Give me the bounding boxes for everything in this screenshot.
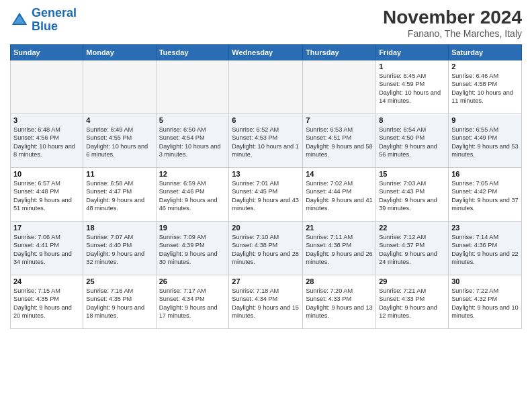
day-info: Sunrise: 6:49 AM Sunset: 4:55 PM Dayligh…	[86, 126, 152, 159]
header-thursday: Thursday	[303, 45, 376, 60]
calendar-week-row: 3Sunrise: 6:48 AM Sunset: 4:56 PM Daylig…	[11, 114, 522, 168]
day-number: 18	[86, 224, 152, 232]
day-info: Sunrise: 7:11 AM Sunset: 4:38 PM Dayligh…	[306, 233, 373, 267]
day-info: Sunrise: 7:21 AM Sunset: 4:33 PM Dayligh…	[379, 287, 445, 320]
header-monday: Monday	[83, 45, 156, 60]
table-row: 21Sunrise: 7:11 AM Sunset: 4:38 PM Dayli…	[303, 222, 376, 275]
table-row	[229, 60, 303, 114]
table-row: 22Sunrise: 7:12 AM Sunset: 4:37 PM Dayli…	[376, 222, 449, 275]
day-info: Sunrise: 6:48 AM Sunset: 4:56 PM Dayligh…	[13, 126, 80, 159]
day-info: Sunrise: 7:06 AM Sunset: 4:41 PM Dayligh…	[13, 233, 80, 267]
day-number: 10	[13, 170, 80, 178]
day-number: 4	[86, 116, 152, 124]
table-row: 12Sunrise: 6:59 AM Sunset: 4:46 PM Dayli…	[156, 168, 229, 222]
table-row: 23Sunrise: 7:14 AM Sunset: 4:36 PM Dayli…	[449, 222, 522, 275]
table-row: 15Sunrise: 7:03 AM Sunset: 4:43 PM Dayli…	[376, 168, 449, 222]
day-number: 21	[306, 224, 373, 232]
table-row	[83, 60, 156, 114]
header: General Blue November 2024 Fanano, The M…	[10, 7, 522, 39]
day-info: Sunrise: 6:53 AM Sunset: 4:51 PM Dayligh…	[306, 126, 373, 159]
day-number: 12	[159, 170, 226, 178]
month-title: November 2024	[383, 7, 522, 28]
day-info: Sunrise: 7:05 AM Sunset: 4:42 PM Dayligh…	[451, 179, 519, 213]
day-number: 19	[159, 224, 226, 232]
table-row: 3Sunrise: 6:48 AM Sunset: 4:56 PM Daylig…	[11, 114, 83, 168]
calendar-week-row: 1Sunrise: 6:45 AM Sunset: 4:59 PM Daylig…	[11, 60, 522, 114]
logo: General Blue	[10, 7, 77, 34]
day-number: 27	[232, 277, 300, 285]
day-info: Sunrise: 6:58 AM Sunset: 4:47 PM Dayligh…	[86, 179, 152, 213]
day-info: Sunrise: 6:52 AM Sunset: 4:53 PM Dayligh…	[232, 126, 300, 159]
day-info: Sunrise: 6:50 AM Sunset: 4:54 PM Dayligh…	[159, 126, 226, 159]
day-number: 1	[379, 62, 445, 71]
day-info: Sunrise: 7:12 AM Sunset: 4:37 PM Dayligh…	[379, 233, 445, 267]
table-row: 1Sunrise: 6:45 AM Sunset: 4:59 PM Daylig…	[376, 60, 449, 114]
day-number: 26	[159, 277, 226, 285]
table-row: 16Sunrise: 7:05 AM Sunset: 4:42 PM Dayli…	[449, 168, 522, 222]
day-info: Sunrise: 7:07 AM Sunset: 4:40 PM Dayligh…	[86, 233, 152, 267]
table-row	[156, 60, 229, 114]
day-info: Sunrise: 6:54 AM Sunset: 4:50 PM Dayligh…	[379, 126, 445, 159]
title-area: November 2024 Fanano, The Marches, Italy	[383, 7, 522, 39]
day-number: 9	[451, 116, 519, 124]
table-row: 7Sunrise: 6:53 AM Sunset: 4:51 PM Daylig…	[303, 114, 376, 168]
day-info: Sunrise: 6:59 AM Sunset: 4:46 PM Dayligh…	[159, 179, 226, 213]
calendar-week-row: 10Sunrise: 6:57 AM Sunset: 4:48 PM Dayli…	[11, 168, 522, 222]
day-number: 8	[379, 116, 445, 124]
table-row: 2Sunrise: 6:46 AM Sunset: 4:58 PM Daylig…	[449, 60, 522, 114]
day-number: 24	[13, 277, 80, 285]
table-row: 14Sunrise: 7:02 AM Sunset: 4:44 PM Dayli…	[303, 168, 376, 222]
table-row: 8Sunrise: 6:54 AM Sunset: 4:50 PM Daylig…	[376, 114, 449, 168]
table-row: 4Sunrise: 6:49 AM Sunset: 4:55 PM Daylig…	[83, 114, 156, 168]
table-row: 29Sunrise: 7:21 AM Sunset: 4:33 PM Dayli…	[376, 275, 449, 329]
day-info: Sunrise: 6:57 AM Sunset: 4:48 PM Dayligh…	[13, 179, 80, 213]
day-info: Sunrise: 7:10 AM Sunset: 4:38 PM Dayligh…	[232, 233, 300, 267]
page-container: General Blue November 2024 Fanano, The M…	[0, 0, 532, 411]
table-row: 25Sunrise: 7:16 AM Sunset: 4:35 PM Dayli…	[83, 275, 156, 329]
day-info: Sunrise: 6:46 AM Sunset: 4:58 PM Dayligh…	[451, 72, 519, 105]
table-row: 27Sunrise: 7:18 AM Sunset: 4:34 PM Dayli…	[229, 275, 303, 329]
day-info: Sunrise: 7:17 AM Sunset: 4:34 PM Dayligh…	[159, 287, 226, 320]
day-number: 28	[306, 277, 373, 285]
day-info: Sunrise: 6:55 AM Sunset: 4:49 PM Dayligh…	[451, 126, 519, 159]
table-row: 20Sunrise: 7:10 AM Sunset: 4:38 PM Dayli…	[229, 222, 303, 275]
logo-line1: General	[32, 6, 77, 19]
day-number: 23	[451, 224, 519, 232]
day-number: 11	[86, 170, 152, 178]
header-friday: Friday	[376, 45, 449, 60]
day-number: 20	[232, 224, 300, 232]
table-row: 24Sunrise: 7:15 AM Sunset: 4:35 PM Dayli…	[11, 275, 83, 329]
table-row: 13Sunrise: 7:01 AM Sunset: 4:45 PM Dayli…	[229, 168, 303, 222]
table-row: 17Sunrise: 7:06 AM Sunset: 4:41 PM Dayli…	[11, 222, 83, 275]
table-row: 18Sunrise: 7:07 AM Sunset: 4:40 PM Dayli…	[83, 222, 156, 275]
table-row: 11Sunrise: 6:58 AM Sunset: 4:47 PM Dayli…	[83, 168, 156, 222]
day-info: Sunrise: 7:03 AM Sunset: 4:43 PM Dayligh…	[379, 179, 445, 213]
day-number: 2	[451, 62, 519, 71]
calendar-week-row: 17Sunrise: 7:06 AM Sunset: 4:41 PM Dayli…	[11, 222, 522, 275]
day-number: 22	[379, 224, 445, 232]
day-info: Sunrise: 7:15 AM Sunset: 4:35 PM Dayligh…	[13, 287, 80, 320]
table-row: 10Sunrise: 6:57 AM Sunset: 4:48 PM Dayli…	[11, 168, 83, 222]
day-number: 16	[451, 170, 519, 178]
day-number: 17	[13, 224, 80, 232]
header-sunday: Sunday	[11, 45, 83, 60]
day-number: 25	[86, 277, 152, 285]
day-info: Sunrise: 7:14 AM Sunset: 4:36 PM Dayligh…	[451, 233, 519, 267]
day-info: Sunrise: 7:20 AM Sunset: 4:33 PM Dayligh…	[306, 287, 373, 320]
day-number: 5	[159, 116, 226, 124]
day-number: 14	[306, 170, 373, 178]
logo-text: General Blue	[32, 7, 77, 34]
day-info: Sunrise: 6:45 AM Sunset: 4:59 PM Dayligh…	[379, 72, 445, 105]
day-info: Sunrise: 7:02 AM Sunset: 4:44 PM Dayligh…	[306, 179, 373, 213]
table-row	[11, 60, 83, 114]
table-row: 19Sunrise: 7:09 AM Sunset: 4:39 PM Dayli…	[156, 222, 229, 275]
header-tuesday: Tuesday	[156, 45, 229, 60]
day-number: 30	[451, 277, 519, 285]
day-info: Sunrise: 7:18 AM Sunset: 4:34 PM Dayligh…	[232, 287, 300, 320]
logo-line2: Blue	[32, 19, 58, 33]
day-info: Sunrise: 7:01 AM Sunset: 4:45 PM Dayligh…	[232, 179, 300, 213]
location-subtitle: Fanano, The Marches, Italy	[383, 28, 522, 39]
day-number: 3	[13, 116, 80, 124]
day-info: Sunrise: 7:22 AM Sunset: 4:32 PM Dayligh…	[451, 287, 519, 320]
header-wednesday: Wednesday	[229, 45, 303, 60]
